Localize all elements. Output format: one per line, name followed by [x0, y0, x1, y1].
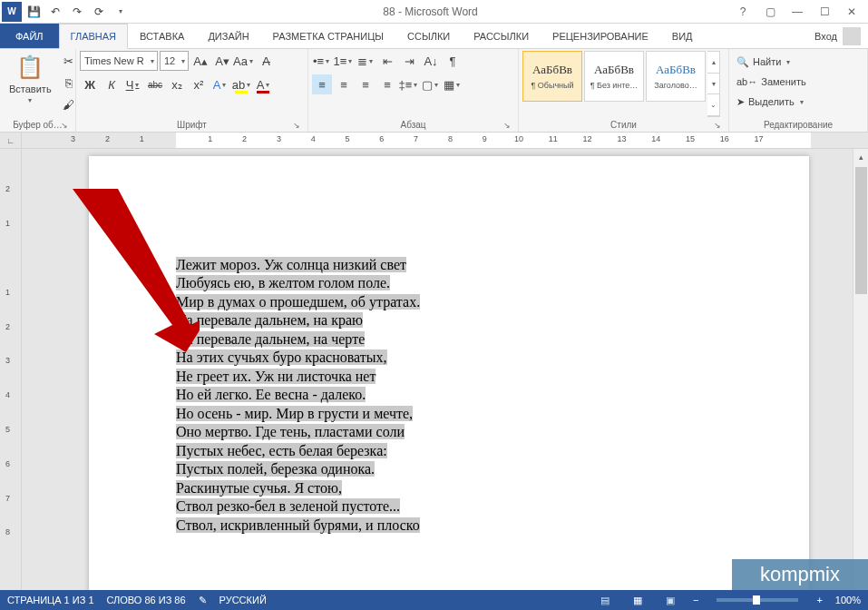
text-line[interactable]: Пустых полей, березка одинока. [176, 460, 809, 478]
text-line[interactable]: На этих сучьях буро красноватых, [176, 349, 809, 367]
align-left-icon[interactable]: ≡ [312, 74, 332, 94]
help-icon[interactable]: ? [730, 3, 756, 21]
repeat-icon[interactable]: ⟳ [89, 2, 109, 22]
zoom-level[interactable]: 100% [835, 595, 861, 605]
multilevel-icon[interactable]: ≣▾ [356, 51, 375, 71]
line-spacing-icon[interactable]: ‡≡▾ [399, 74, 419, 94]
ribbon-options-icon[interactable]: ▢ [757, 3, 783, 21]
dialog-launcher-icon[interactable]: ↘ [59, 120, 70, 131]
subscript-icon[interactable]: x₂ [167, 74, 187, 94]
show-marks-icon[interactable]: ¶ [443, 51, 463, 71]
text-line[interactable]: Не греет их. Уж ни листочка нет [176, 368, 809, 386]
ruler-tick: 5 [5, 425, 10, 434]
qat-dropdown-icon[interactable]: ▾ [111, 2, 131, 22]
font-color-icon[interactable]: A▾ [254, 74, 274, 94]
tab-insert[interactable]: ВСТАВКА [128, 24, 196, 48]
justify-icon[interactable]: ≡ [377, 74, 397, 94]
tab-layout[interactable]: РАЗМЕТКА СТРАНИЦЫ [261, 24, 395, 48]
scroll-up-icon[interactable]: ▴ [853, 149, 868, 164]
text-line[interactable]: Но ей легко. Ее весна - далеко. [176, 386, 809, 404]
status-page[interactable]: СТРАНИЦА 1 ИЗ 1 [7, 595, 94, 605]
ruler-tick: 4 [5, 390, 10, 399]
search-icon: 🔍 [736, 56, 749, 68]
ruler-horizontal[interactable]: ∟ 3211234567891011121314151617 [0, 133, 868, 149]
shading-icon[interactable]: ▢▾ [421, 74, 441, 94]
decrease-indent-icon[interactable]: ⇤ [377, 51, 397, 71]
view-read-icon[interactable]: ▤ [595, 592, 615, 608]
page[interactable]: Лежит мороз. Уж солнца низкий светЛюбуяс… [89, 156, 809, 610]
proofing-icon[interactable]: ✎ [199, 595, 207, 606]
text-line[interactable]: Лежит мороз. Уж солнца низкий свет [176, 256, 809, 274]
tab-file[interactable]: ФАЙЛ [0, 24, 59, 48]
align-right-icon[interactable]: ≡ [356, 74, 375, 94]
style-heading1[interactable]: АаБбВв Заголово… [646, 51, 706, 102]
strike-button[interactable]: abc [145, 74, 165, 94]
maximize-button[interactable]: ☐ [812, 3, 837, 21]
tab-review[interactable]: РЕЦЕНЗИРОВАНИЕ [541, 24, 660, 48]
text-line[interactable]: Ствол, искривленный бурями, и плоско [176, 517, 809, 535]
borders-icon[interactable]: ▦▾ [443, 74, 463, 94]
dialog-launcher-icon[interactable]: ↘ [712, 120, 723, 131]
find-button[interactable]: 🔍Найти▾ [733, 53, 810, 71]
underline-button[interactable]: Ч▾ [123, 74, 143, 94]
style-normal[interactable]: АаБбВв ¶ Обычный [522, 51, 582, 102]
text-line[interactable]: Пустых небес, есть белая березка: [176, 442, 809, 460]
increase-indent-icon[interactable]: ⇥ [399, 51, 419, 71]
text-line[interactable]: Но осень - мир. Мир в грусти и мечте, [176, 405, 809, 423]
ruler-vertical[interactable]: 2112345678 [0, 149, 22, 610]
vertical-scrollbar[interactable]: ▴ ▾ [853, 149, 868, 610]
zoom-in-button[interactable]: + [816, 595, 822, 605]
view-web-icon[interactable]: ▣ [660, 592, 680, 608]
undo-icon[interactable]: ↶ [45, 2, 65, 22]
close-button[interactable]: ✕ [839, 3, 864, 21]
text-line[interactable]: Оно мертво. Где тень, пластами соли [176, 423, 809, 441]
sort-icon[interactable]: A↓ [421, 51, 441, 71]
text-line[interactable]: Раскинутые сучья. Я стою, [176, 479, 809, 497]
style-no-spacing[interactable]: АаБбВв ¶ Без инте… [584, 51, 644, 102]
dialog-launcher-icon[interactable]: ↘ [291, 120, 302, 131]
signin-link[interactable]: Вход [807, 24, 868, 48]
highlight-icon[interactable]: ab▾ [232, 74, 252, 94]
ruler-tick: 17 [755, 134, 764, 143]
bullets-icon[interactable]: •≡▾ [312, 51, 332, 71]
scroll-thumb[interactable] [855, 167, 867, 294]
redo-icon[interactable]: ↷ [67, 2, 87, 22]
dialog-launcher-icon[interactable]: ↘ [502, 120, 512, 131]
status-language[interactable]: РУССКИЙ [219, 595, 267, 605]
italic-button[interactable]: К [102, 74, 122, 94]
styles-scroller[interactable]: ▴▾⌄ [707, 51, 720, 117]
view-print-icon[interactable]: ▦ [628, 592, 648, 608]
save-icon[interactable]: 💾 [24, 2, 44, 22]
text-line[interactable]: Мир в думах о прошедшем, об утратах. [176, 293, 809, 311]
paste-button[interactable]: 📋 Вставить ▾ [4, 51, 57, 106]
select-button[interactable]: ➤Выделить▾ [733, 93, 810, 111]
tab-home[interactable]: ГЛАВНАЯ [59, 24, 128, 49]
text-line[interactable]: На перевале дальнем, на черте [176, 330, 809, 349]
superscript-icon[interactable]: x² [189, 74, 209, 94]
text-line[interactable]: На перевале дальнем, на краю [176, 311, 809, 330]
font-name-select[interactable]: Times New R [80, 51, 158, 71]
minimize-button[interactable]: — [785, 3, 810, 21]
zoom-slider[interactable] [717, 598, 798, 602]
paste-icon: 📋 [15, 53, 44, 82]
font-size-select[interactable]: 12 [160, 51, 189, 71]
text-line[interactable]: Ствол резко-бел в зеленой пустоте... [176, 497, 809, 516]
change-case-icon[interactable]: Aa▾ [234, 51, 254, 71]
numbering-icon[interactable]: 1≡▾ [334, 51, 354, 71]
replace-button[interactable]: ab↔Заменить [733, 73, 810, 91]
clear-format-icon[interactable]: A̶ [256, 51, 276, 71]
bold-button[interactable]: Ж [80, 74, 100, 94]
zoom-out-button[interactable]: − [693, 595, 698, 605]
status-words[interactable]: СЛОВО 86 ИЗ 86 [107, 595, 186, 605]
tab-selector[interactable]: ∟ [0, 133, 22, 148]
grow-font-icon[interactable]: A▴ [190, 51, 210, 71]
tab-references[interactable]: ССЫЛКИ [395, 24, 462, 48]
document-area[interactable]: Лежит мороз. Уж солнца низкий светЛюбуяс… [22, 149, 868, 610]
tab-mailings[interactable]: РАССЫЛКИ [462, 24, 541, 48]
tab-view[interactable]: ВИД [660, 24, 705, 48]
align-center-icon[interactable]: ≡ [334, 74, 354, 94]
text-line[interactable]: Любуясь ею, в желтом голом поле. [176, 274, 809, 292]
tab-design[interactable]: ДИЗАЙН [196, 24, 260, 48]
shrink-font-icon[interactable]: A▾ [212, 51, 232, 71]
text-effects-icon[interactable]: A▾ [210, 74, 230, 94]
